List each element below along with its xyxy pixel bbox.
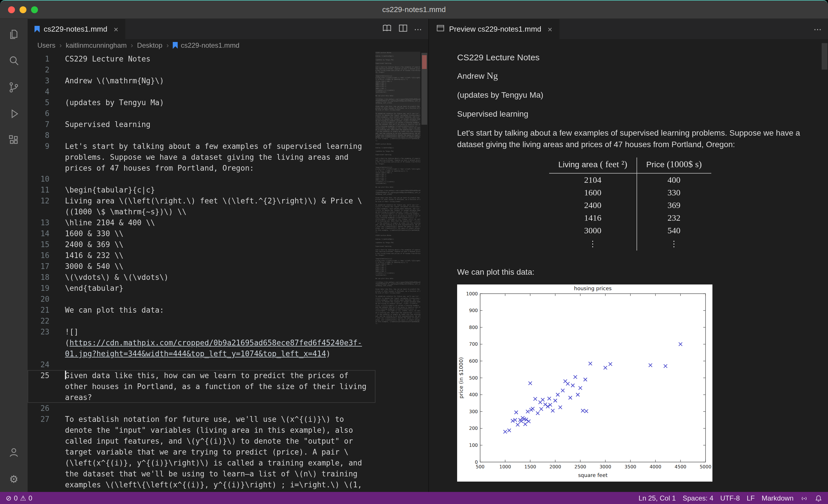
notifications-bell-icon[interactable] <box>815 495 822 502</box>
code-row[interactable]: 18\(\vdots\) & \(\vdots\) <box>28 272 375 283</box>
code-row[interactable]: 152400 & 369 \\ <box>28 239 375 250</box>
code-line-text[interactable]: \hline 2104 & 400 \\ <box>55 217 375 228</box>
code-row[interactable]: 27To establish notation for future use, … <box>28 414 375 492</box>
code-line-text[interactable]: Living area \(\left(\right.\) feet \(\le… <box>55 195 375 217</box>
line-number: 12 <box>28 195 55 217</box>
code-line-text[interactable]: ![](https://cdn.mathpix.com/cropped/0b9a… <box>55 326 375 359</box>
code-row[interactable]: 141600 & 330 \\ <box>28 228 375 239</box>
code-row[interactable]: 21We can plot this data: <box>28 305 375 316</box>
code-line-text[interactable]: To establish notation for future use, we… <box>55 414 375 492</box>
breadcrumb-item[interactable]: Desktop <box>137 41 162 49</box>
broadcast-icon[interactable] <box>800 495 808 502</box>
tab-cs229-notes[interactable]: cs229-notes1.mmd × <box>28 19 125 39</box>
editor-group: cs229-notes1.mmd × ⋯ <box>28 19 429 492</box>
code-line-text[interactable]: \(\vdots\) & \(\vdots\) <box>55 272 375 283</box>
code-row[interactable]: 6 <box>28 108 375 119</box>
minimize-window-button[interactable] <box>19 6 27 13</box>
url-link[interactable]: https://cdn.mathpix.com/cropped/0b9a2169… <box>65 338 362 358</box>
code-row[interactable]: 26 <box>28 403 375 414</box>
code-row[interactable]: 10 <box>28 174 375 184</box>
open-preview-icon[interactable] <box>382 23 392 35</box>
code-line-text[interactable]: Andrew \(\mathrm{Ng}\) <box>55 75 375 86</box>
run-debug-icon[interactable] <box>0 101 28 127</box>
markdown-preview-icon <box>436 24 445 35</box>
code-row[interactable]: 3Andrew \(\mathrm{Ng}\) <box>28 75 375 86</box>
breadcrumb-item[interactable]: Users <box>37 41 55 49</box>
code-line-text[interactable]: We can plot this data: <box>55 305 375 316</box>
code-line-text[interactable] <box>55 108 375 119</box>
code-line-text[interactable] <box>55 316 375 326</box>
code-row[interactable]: 1CS229 Lecture Notes <box>28 53 375 64</box>
code-row[interactable]: 19\end{tabular} <box>28 283 375 294</box>
code-line-text[interactable] <box>55 294 375 305</box>
preview-intro: Let's start by talking about a few examp… <box>457 127 813 150</box>
settings-gear-icon[interactable]: ⚙ <box>0 465 28 492</box>
preview-tab-bar: Preview cs229-notes1.mmd × ⋯ <box>429 19 828 39</box>
eol-sequence[interactable]: LF <box>747 494 755 502</box>
source-control-icon[interactable] <box>0 74 28 101</box>
code-line-text[interactable]: \begin{tabular}{c|c} <box>55 184 375 195</box>
code-row[interactable]: 13\hline 2104 & 400 \\ <box>28 217 375 228</box>
code-row[interactable]: 7Supervised learning <box>28 119 375 130</box>
line-number: 20 <box>28 294 55 305</box>
encoding[interactable]: UTF-8 <box>720 494 740 502</box>
code-row[interactable]: 25Given data like this, how can we learn… <box>28 370 375 403</box>
editor-scrollbar[interactable] <box>420 52 428 492</box>
code-line-text[interactable]: 1600 & 330 \\ <box>55 228 375 239</box>
code-row[interactable]: 4 <box>28 86 375 97</box>
breadcrumb-item[interactable]: kaitlinmcunningham <box>66 41 127 49</box>
code-row[interactable]: 9Let's start by talking about a few exam… <box>28 141 375 174</box>
code-line-text[interactable]: Given data like this, how can we learn t… <box>55 370 375 403</box>
split-editor-icon[interactable] <box>398 23 408 35</box>
zoom-window-button[interactable] <box>31 6 38 13</box>
tab-label: Preview cs229-notes1.mmd <box>449 25 541 33</box>
accounts-icon[interactable] <box>0 439 28 465</box>
extensions-icon[interactable] <box>0 127 28 153</box>
code-line-text[interactable]: \end{tabular} <box>55 283 375 294</box>
code-editor[interactable]: 1CS229 Lecture Notes23Andrew \(\mathrm{N… <box>28 52 428 492</box>
problems-indicator[interactable]: ⊘ 0 ⚠ 0 <box>6 494 32 502</box>
close-tab-icon[interactable]: × <box>548 25 552 34</box>
indentation[interactable]: Spaces: 4 <box>683 494 713 502</box>
code-line-text[interactable] <box>55 403 375 414</box>
code-row[interactable]: 5(updates by Tengyu Ma) <box>28 97 375 108</box>
code-line-text[interactable]: Let's start by talking about a few examp… <box>55 141 375 174</box>
code-row[interactable]: 12Living area \(\left(\right.\) feet \(\… <box>28 195 375 217</box>
tab-preview[interactable]: Preview cs229-notes1.mmd × <box>429 19 559 39</box>
breadcrumb-item[interactable]: cs229-notes1.mmd <box>173 41 240 49</box>
code-line-text[interactable]: Supervised learning <box>55 119 375 130</box>
more-actions-icon[interactable]: ⋯ <box>814 25 822 34</box>
code-row[interactable]: 23![](https://cdn.mathpix.com/cropped/0b… <box>28 326 375 359</box>
search-icon[interactable] <box>0 48 28 74</box>
code-row[interactable]: 2 <box>28 64 375 75</box>
code-line-text[interactable] <box>55 174 375 184</box>
code-line-text[interactable]: CS229 Lecture Notes <box>55 53 375 64</box>
preview-scrollbar-thumb[interactable] <box>822 43 827 70</box>
code-line-text[interactable]: 1416 & 232 \\ <box>55 250 375 261</box>
code-line-text[interactable]: 2400 & 369 \\ <box>55 239 375 250</box>
code-line-text[interactable] <box>55 64 375 75</box>
code-line-text[interactable] <box>55 130 375 141</box>
preview-updates: (updates by Tengyu Ma) <box>457 89 813 101</box>
code-row[interactable]: 11\begin{tabular}{c|c} <box>28 184 375 195</box>
code-row[interactable]: 24 <box>28 359 375 370</box>
code-line-text[interactable]: (updates by Tengyu Ma) <box>55 97 375 108</box>
close-window-button[interactable] <box>8 6 15 13</box>
code-row[interactable]: 173000 & 540 \\ <box>28 261 375 272</box>
close-tab-icon[interactable]: × <box>114 25 118 34</box>
code-row[interactable]: 22 <box>28 316 375 326</box>
code-row[interactable]: 20 <box>28 294 375 305</box>
svg-text:600: 600 <box>469 358 478 364</box>
code-line-text[interactable]: 3000 & 540 \\ <box>55 261 375 272</box>
more-actions-icon[interactable]: ⋯ <box>414 25 423 34</box>
explorer-icon[interactable] <box>0 21 28 48</box>
minimap-slider[interactable] <box>375 52 420 138</box>
code-row[interactable]: 161416 & 232 \\ <box>28 250 375 261</box>
language-mode[interactable]: Markdown <box>761 494 793 502</box>
markdown-file-icon <box>173 42 178 49</box>
code-line-text[interactable] <box>55 359 375 370</box>
line-number: 15 <box>28 239 55 250</box>
cursor-position[interactable]: Ln 25, Col 1 <box>638 494 676 502</box>
code-line-text[interactable] <box>55 86 375 97</box>
code-row[interactable]: 8 <box>28 130 375 141</box>
